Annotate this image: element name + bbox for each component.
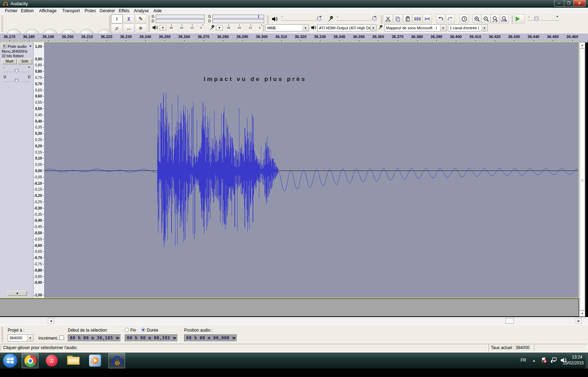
speed-slider-thumb[interactable] [535,17,538,22]
menu-fichier[interactable]: Fichier [3,8,19,14]
clock-time[interactable]: 13:24 [569,355,585,360]
input-device-select[interactable]: Mappeur de sons Microsoft - I▼ [384,24,447,31]
tool-draw-button[interactable]: ✎ [135,14,146,23]
sync-lock-button[interactable] [460,14,469,23]
menu-edition[interactable]: Edition [20,8,35,14]
selection-end-radio-label: Fin [130,328,136,333]
menu-generer[interactable]: Générer [98,8,116,14]
recording-meter[interactable]: G D ▼ -36-24-120 [207,14,265,33]
zoom-project-button[interactable] [500,14,509,23]
tool-envelope-button[interactable]: ⧗ [123,14,135,23]
track-title[interactable]: Piste audio [8,44,27,49]
device-toolbar-grip[interactable] [263,24,264,32]
selection-start-field[interactable]: 00 h 00 m 36,165 s▼ [68,334,121,342]
vertical-ruler-label: 0,75 [35,76,42,80]
track-close-button[interactable]: X [2,44,6,48]
tray-expand-icon[interactable]: ▲ [532,359,536,362]
tool-selection-button[interactable]: I [111,14,123,23]
solo-button[interactable]: Solo [17,59,32,64]
input-channels-select[interactable]: 1 canal d'entrée (▼ [448,24,488,31]
playback-meter[interactable]: G D ▼ -36-24-120 [150,14,205,33]
snap-to-label: Incrément... [38,336,60,341]
play-at-speed-button[interactable] [515,14,525,23]
gain-slider[interactable] [3,68,30,73]
output-device-select[interactable]: ATI HDMI Output (ATI High De▼ [317,24,377,31]
taskbar-explorer-button[interactable] [65,353,82,368]
scroll-left-arrow[interactable]: ◀ [48,318,54,324]
start-button[interactable] [3,353,17,368]
undo-button[interactable] [436,14,445,23]
vertical-ruler[interactable]: 1,000,900,850,800,750,700,650,600,550,50… [34,42,45,298]
selection-end-radio[interactable] [125,328,129,332]
tool-time-shift-button[interactable]: ↔ [123,24,135,33]
pan-slider[interactable] [3,78,30,83]
selection-length-radio[interactable] [141,328,145,332]
input-volume-slider[interactable] [337,19,377,21]
close-button[interactable]: ✕ [573,0,586,7]
vertical-scroll-thumb[interactable] [580,49,585,310]
taskbar-mediaplayer-button[interactable] [87,353,103,368]
scroll-up-arrow[interactable]: ▲ [579,42,585,48]
taskbar-audacity-button[interactable] [108,353,125,368]
menu-transport[interactable]: Transport [61,8,81,14]
silence-button[interactable] [423,14,432,23]
recording-meter-dropdown[interactable]: ▼ [216,25,223,30]
copy-button[interactable] [393,14,402,23]
redo-button[interactable] [446,14,455,23]
selection-length-field[interactable]: 00 h 00 m 00,383 s▼ [125,334,178,342]
zoom-in-button[interactable] [472,14,481,23]
edit-toolbar-grip[interactable] [381,15,383,23]
zoom-selection-button[interactable] [491,14,500,23]
scroll-right-arrow[interactable]: ▶ [576,318,582,324]
scroll-down-arrow[interactable]: ▼ [579,311,585,317]
timeline-ruler[interactable]: 36.17036.18036.19036.20036.21036.22036.2… [0,34,588,43]
audio-position-field[interactable]: 00 h 00 m 00,000 s▼ [184,334,237,342]
playback-meter-dropdown[interactable]: ▼ [159,25,166,30]
show-desktop-button[interactable] [586,353,588,369]
vertical-ruler-label: -0,15 [34,187,42,191]
menu-aide[interactable]: Aide [152,8,163,14]
project-rate-select[interactable]: 384000▼ [8,334,34,341]
audio-host-select[interactable]: MME▼ [266,24,309,31]
transcription-toolbar-grip[interactable] [511,15,513,23]
speed-slider[interactable] [528,19,559,21]
horizontal-scrollbar[interactable]: ◀ ▶ [0,317,588,325]
tool-multi-button[interactable]: ✳ [135,24,146,33]
vertical-ruler-tick [43,59,44,59]
transport-toolbar-grip[interactable] [1,15,3,32]
output-volume-thumb[interactable] [317,17,321,22]
clock-date[interactable]: 15/02/2015 [561,361,586,365]
meter-toolbar-grip[interactable] [148,15,150,32]
tools-toolbar-grip[interactable] [109,15,111,32]
tool-zoom-button[interactable]: ⌕ [111,24,123,33]
restore-button[interactable]: ❐ [564,0,574,7]
taskbar-itunes-button[interactable]: ♫ [43,353,60,368]
mixer-toolbar-grip[interactable] [267,15,269,23]
status-message: Cliquer-glisser pour sélectionner l'audi… [1,344,488,352]
taskbar-chrome-button[interactable] [22,353,38,368]
zoom-out-button[interactable] [481,14,491,23]
horizontal-scroll-thumb[interactable] [506,318,514,324]
track-menu-arrow[interactable]: ▼ [29,45,32,48]
gain-slider-thumb[interactable] [15,69,18,73]
minimize-button[interactable]: ─ [554,0,564,7]
menu-effets[interactable]: Effets [117,8,131,14]
network-icon[interactable] [551,357,558,363]
menu-affichage[interactable]: Affichage [38,8,58,14]
waveform-display[interactable]: Impact vu de plus près [45,42,579,298]
trim-button[interactable] [413,14,422,23]
pan-slider-thumb[interactable] [15,79,18,83]
input-volume-thumb[interactable] [372,17,376,22]
selection-toolbar-grip[interactable] [1,326,3,342]
cut-button[interactable] [384,14,393,23]
menu-pistes[interactable]: Pistes [83,8,97,14]
language-indicator[interactable]: FR [521,358,526,363]
menu-analyse[interactable]: Analyse [132,8,150,14]
action-center-flag-icon[interactable] [541,357,547,363]
snap-to-checkbox[interactable] [59,335,64,340]
mute-button[interactable]: Muet [2,59,17,64]
output-volume-slider[interactable] [282,19,322,21]
vertical-scrollbar[interactable]: ▲ ▼ [579,42,585,317]
track-collapse-button[interactable]: ▲ [8,291,27,296]
paste-button[interactable] [403,14,412,23]
